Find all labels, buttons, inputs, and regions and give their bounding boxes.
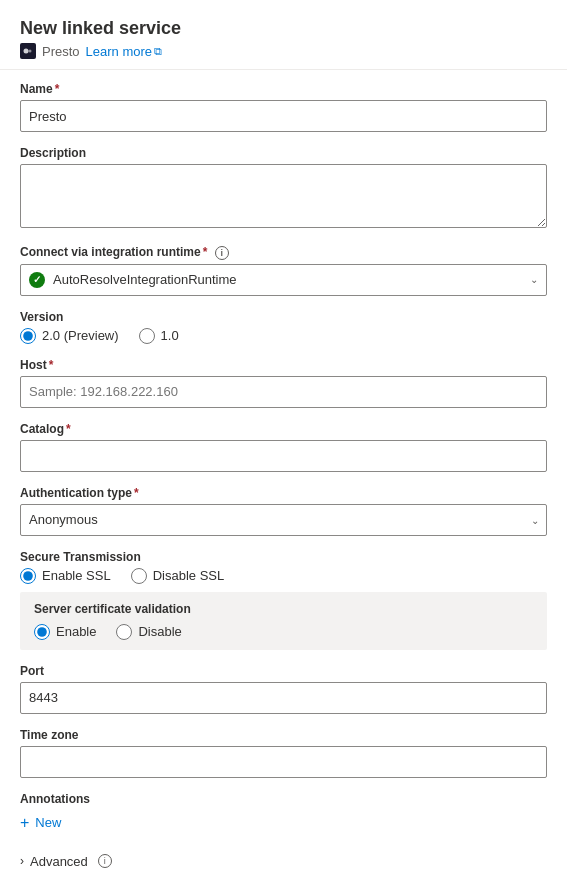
panel-header: New linked service Presto Learn more ⧉ <box>0 0 567 70</box>
version-1-option[interactable]: 1.0 <box>139 328 179 344</box>
learn-more-link[interactable]: Learn more ⧉ <box>86 44 162 59</box>
host-label: Host* <box>20 358 547 372</box>
name-required: * <box>55 82 60 96</box>
server-cert-title: Server certificate validation <box>34 602 533 616</box>
disable-ssl-option[interactable]: Disable SSL <box>131 568 225 584</box>
catalog-input[interactable] <box>20 440 547 472</box>
catalog-label: Catalog* <box>20 422 547 436</box>
port-input[interactable] <box>20 682 547 714</box>
runtime-chevron-icon: ⌄ <box>530 274 538 285</box>
version-label: Version <box>20 310 547 324</box>
disable-ssl-label: Disable SSL <box>153 568 225 583</box>
runtime-select-text: AutoResolveIntegrationRuntime <box>53 272 530 287</box>
panel-title: New linked service <box>20 18 547 39</box>
enable-ssl-label: Enable SSL <box>42 568 111 583</box>
new-label: New <box>35 815 61 830</box>
annotations-group: Annotations + New <box>20 792 547 836</box>
auth-label: Authentication type* <box>20 486 547 500</box>
advanced-section[interactable]: › Advanced i <box>20 850 547 873</box>
advanced-label: Advanced <box>30 854 88 869</box>
runtime-group: Connect via integration runtime* i AutoR… <box>20 245 547 296</box>
advanced-info-icon[interactable]: i <box>98 854 112 868</box>
description-textarea[interactable] <box>20 164 547 228</box>
host-group: Host* <box>20 358 547 408</box>
enable-ssl-radio[interactable] <box>20 568 36 584</box>
annotations-new-button[interactable]: + New <box>20 810 547 836</box>
version-1-radio[interactable] <box>139 328 155 344</box>
secure-transmission-label: Secure Transmission <box>20 550 547 564</box>
timezone-input[interactable] <box>20 746 547 778</box>
name-input[interactable] <box>20 100 547 132</box>
version-2-option[interactable]: 2.0 (Preview) <box>20 328 119 344</box>
timezone-group: Time zone <box>20 728 547 778</box>
version-group: Version 2.0 (Preview) 1.0 <box>20 310 547 344</box>
enable-ssl-option[interactable]: Enable SSL <box>20 568 111 584</box>
cert-disable-label: Disable <box>138 624 181 639</box>
cert-enable-option[interactable]: Enable <box>34 624 96 640</box>
new-linked-service-panel: New linked service Presto Learn more ⧉ N… <box>0 0 567 873</box>
panel-subtitle: Presto Learn more ⧉ <box>20 43 547 59</box>
runtime-select[interactable]: AutoResolveIntegrationRuntime ⌄ <box>20 264 547 296</box>
disable-ssl-radio[interactable] <box>131 568 147 584</box>
version-1-label: 1.0 <box>161 328 179 343</box>
version-2-radio[interactable] <box>20 328 36 344</box>
external-link-icon: ⧉ <box>154 45 162 58</box>
catalog-required: * <box>66 422 71 436</box>
name-group: Name* <box>20 82 547 132</box>
host-input[interactable] <box>20 376 547 408</box>
port-label: Port <box>20 664 547 678</box>
port-group: Port <box>20 664 547 714</box>
svg-point-1 <box>24 49 29 54</box>
service-name: Presto <box>42 44 80 59</box>
annotations-label: Annotations <box>20 792 547 806</box>
auth-select-wrapper: Anonymous LDAP ⌄ <box>20 504 547 536</box>
cert-disable-radio[interactable] <box>116 624 132 640</box>
description-label: Description <box>20 146 547 160</box>
catalog-group: Catalog* <box>20 422 547 472</box>
auth-group: Authentication type* Anonymous LDAP ⌄ <box>20 486 547 536</box>
description-group: Description <box>20 146 547 231</box>
panel-body: Name* Description Connect via integratio… <box>0 70 567 873</box>
cert-enable-label: Enable <box>56 624 96 639</box>
timezone-label: Time zone <box>20 728 547 742</box>
secure-transmission-group: Secure Transmission Enable SSL Disable S… <box>20 550 547 650</box>
auth-required: * <box>134 486 139 500</box>
server-cert-section: Server certificate validation Enable Dis… <box>20 592 547 650</box>
server-cert-radios: Enable Disable <box>34 624 533 640</box>
host-required: * <box>49 358 54 372</box>
name-label: Name* <box>20 82 547 96</box>
version-2-label: 2.0 (Preview) <box>42 328 119 343</box>
svg-point-2 <box>29 50 32 53</box>
runtime-label: Connect via integration runtime* i <box>20 245 547 260</box>
ssl-options: Enable SSL Disable SSL <box>20 568 547 584</box>
auth-select[interactable]: Anonymous LDAP <box>20 504 547 536</box>
runtime-required: * <box>203 245 208 259</box>
cert-enable-radio[interactable] <box>34 624 50 640</box>
cert-disable-option[interactable]: Disable <box>116 624 181 640</box>
advanced-chevron-icon: › <box>20 854 24 868</box>
runtime-info-icon[interactable]: i <box>215 246 229 260</box>
runtime-check-icon <box>29 272 45 288</box>
version-options: 2.0 (Preview) 1.0 <box>20 328 547 344</box>
presto-icon <box>20 43 36 59</box>
plus-icon: + <box>20 814 29 832</box>
